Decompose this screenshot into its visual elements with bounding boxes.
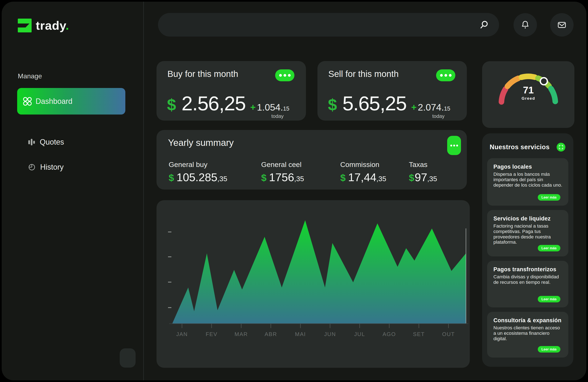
service-title: Consultoría & expansión	[493, 317, 563, 324]
svg-text:JUL: JUL	[354, 331, 365, 337]
amount-value: 2.56,25	[181, 92, 246, 115]
service-card-pagos-transfronterizos: Pagos transfronterizos Cambia divisas y …	[487, 261, 568, 307]
gauge-segment-yellow	[521, 76, 535, 77]
svg-text:FEV: FEV	[206, 331, 218, 337]
sell-delta: +2.074.15 today	[411, 102, 457, 119]
messages-button[interactable]	[550, 13, 574, 37]
sell-month-card: Sell for this month $ 5.65,25 +2.074.15 …	[317, 61, 467, 121]
yearly-stat-general-ceel: General ceel $1756,35	[261, 160, 304, 184]
greed-gauge: 71 Greed	[493, 69, 564, 107]
brand-logo: trady.	[18, 19, 69, 32]
gauge-needle-marker[interactable]	[540, 78, 547, 85]
fullscreen-icon	[559, 145, 563, 149]
buy-delta: +1.054.15 today	[250, 102, 296, 119]
sell-card-menu-button[interactable]	[436, 69, 455, 81]
svg-text:MAI: MAI	[295, 331, 306, 337]
bell-icon	[521, 20, 529, 29]
delta-decimals: 15	[283, 106, 289, 112]
gauge-segment-green	[551, 89, 555, 101]
y-axis-dashes	[168, 232, 171, 308]
stat-value: 17,44	[348, 171, 377, 184]
grid-circles-icon	[22, 96, 32, 106]
read-more-button[interactable]: Leer más	[538, 194, 560, 201]
plus-sign: +	[411, 102, 417, 113]
notifications-button[interactable]	[513, 13, 537, 37]
currency-sign: $	[328, 95, 337, 114]
delta-caption: today	[420, 113, 457, 119]
service-title: Pagos locales	[493, 164, 563, 170]
sidebar: trady. Manage Dashboard Quotes History	[2, 2, 143, 380]
read-more-button[interactable]: Leer más	[538, 296, 560, 302]
stat-value: 105.285	[177, 171, 217, 184]
gauge-segment-orange	[507, 78, 518, 86]
stat-decimals: ,35	[217, 175, 227, 183]
sidebar-divider	[143, 2, 144, 380]
svg-text:JUN: JUN	[324, 331, 336, 337]
search-input[interactable]	[158, 13, 499, 37]
delta-caption: today	[259, 113, 296, 119]
service-card-consultoria-expansion: Consultoría & expansión Nuestros cliente…	[487, 312, 568, 358]
yearly-performance-chart-card: JANFEVMARABRMAIJUNJULAGOSETOUT	[157, 200, 470, 368]
stat-value: 1756	[269, 171, 294, 184]
delta-value: 1.054.	[257, 102, 283, 113]
sell-amount: $ 5.65,25	[328, 92, 407, 115]
pie-chart-icon	[28, 163, 36, 171]
gauge-segment-red	[501, 89, 505, 102]
search-bar	[158, 13, 499, 37]
svg-text:JAN: JAN	[176, 331, 188, 337]
yearly-menu-button[interactable]	[447, 136, 461, 155]
svg-text:ABR: ABR	[265, 331, 277, 337]
gauge-value: 71	[523, 85, 534, 96]
gauge-label: Greed	[522, 96, 535, 101]
services-title: Nuestros servicios	[490, 143, 549, 151]
sidebar-item-label: Dashboard	[36, 97, 72, 106]
currency-sign: $	[340, 172, 346, 184]
service-body: Nuestros clientes tienen acceso a un eco…	[493, 325, 563, 341]
svg-text:AGO: AGO	[382, 331, 396, 337]
currency-sign: $	[261, 172, 267, 184]
yearly-stat-general-buy: General buy $105.285,35	[169, 160, 227, 184]
amount-value: 5.65,25	[342, 92, 406, 115]
services-expand-button[interactable]	[557, 143, 566, 152]
stat-decimals: ,35	[377, 175, 386, 183]
yearly-stat-commission: Commission $17,44,35	[340, 160, 386, 184]
trady-logo-icon	[18, 19, 32, 32]
buy-amount: $ 2.56,25	[167, 92, 246, 115]
service-title: Pagos transfronterizos	[493, 266, 563, 272]
app-window: trady. Manage Dashboard Quotes History	[2, 2, 586, 380]
yearly-area-chart: JANFEVMARABRMAIJUNJULAGOSETOUT	[157, 200, 470, 368]
mail-icon	[557, 21, 566, 29]
x-axis-labels: JANFEVMARABRMAIJUNJULAGOSETOUT	[176, 324, 455, 337]
read-more-button[interactable]: Leer más	[538, 346, 560, 353]
service-body: Cambia divisas y disponibilidad de recur…	[493, 274, 563, 285]
stat-label: General buy	[169, 160, 227, 169]
stat-label: General ceel	[261, 160, 304, 169]
sidebar-item-dashboard[interactable]: Dashboard	[17, 88, 125, 115]
currency-sign: $	[169, 172, 174, 184]
read-more-button[interactable]: Leer más	[538, 245, 560, 251]
stat-label: Commission	[340, 160, 386, 169]
service-body: Dispersa a los bancos más importantes de…	[493, 172, 563, 188]
sidebar-bottom-handle[interactable]	[120, 348, 136, 368]
yearly-stat-taxas: Taxas $97,35	[409, 160, 437, 184]
plus-sign: +	[250, 102, 256, 113]
services-panel: Nuestros servicios Pagos locales Dispers…	[482, 133, 573, 367]
buy-card-menu-button[interactable]	[275, 69, 294, 81]
sidebar-item-history[interactable]: History	[28, 161, 63, 173]
services-header: Nuestros servicios	[487, 140, 568, 154]
currency-sign: $	[167, 95, 176, 114]
service-card-servicios-liquidez: Servicios de liquidez Factoring nacional…	[487, 210, 568, 256]
sidebar-section-label: Manage	[18, 72, 42, 80]
yearly-title: Yearly summary	[168, 137, 234, 148]
delta-decimals: 15	[444, 106, 450, 112]
stat-decimals: ,35	[294, 175, 304, 183]
buy-month-card: Buy for this month $ 2.56,25 +1.054.15 t…	[157, 61, 306, 121]
sidebar-item-label: Quotes	[40, 138, 64, 147]
yearly-summary-card: Yearly summary General buy $105.285,35 G…	[157, 130, 467, 190]
bar-chart-icon	[28, 138, 35, 146]
search-icon[interactable]	[479, 20, 489, 30]
sidebar-item-quotes[interactable]: Quotes	[28, 136, 64, 148]
svg-text:OUT: OUT	[442, 331, 455, 337]
svg-text:MAR: MAR	[234, 331, 248, 337]
service-title: Servicios de liquidez	[493, 215, 563, 222]
